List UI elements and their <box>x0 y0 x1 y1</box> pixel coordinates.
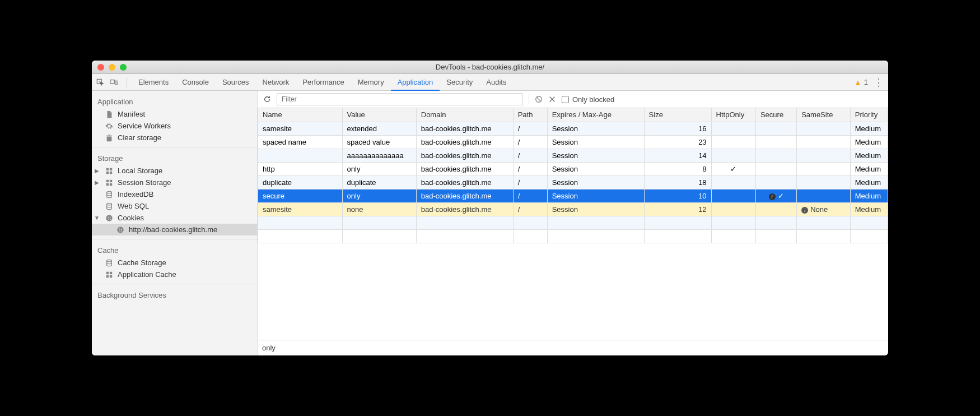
sidebar-item-indexeddb[interactable]: IndexedDB <box>92 188 257 200</box>
cell-expires: Session <box>547 149 644 162</box>
sidebar-item-local-storage[interactable]: ▶Local Storage <box>92 165 257 177</box>
delete-selected-icon[interactable] <box>548 95 556 103</box>
column-header[interactable]: Path <box>513 108 547 122</box>
sidebar-item-session-storage[interactable]: ▶Session Storage <box>92 177 257 188</box>
cookies-toolbar: Only blocked <box>258 91 888 108</box>
sidebar-item-label: Manifest <box>118 110 145 118</box>
cell-priority: Medium <box>850 175 888 189</box>
cell-path: / <box>513 122 547 135</box>
sidebar-item-cache-storage[interactable]: Cache Storage <box>92 257 257 269</box>
sidebar-item-service-workers[interactable]: Service Workers <box>92 120 257 132</box>
column-header[interactable]: Expires / Max-Age <box>547 108 644 122</box>
cell-name: duplicate <box>258 175 343 189</box>
separator <box>127 77 127 87</box>
cell-name: samesite <box>258 202 343 216</box>
cell-size: 18 <box>644 175 711 189</box>
cell-domain: bad-cookies.glitch.me <box>416 189 513 202</box>
cell-samesite <box>797 149 851 162</box>
column-header[interactable]: Priority <box>850 108 888 122</box>
svg-rect-24 <box>106 271 109 274</box>
sidebar-section-title: Cache <box>92 243 257 257</box>
table-row[interactable]: secureonlybad-cookies.glitch.me/Session1… <box>258 189 888 202</box>
column-header[interactable]: Name <box>258 108 343 122</box>
table-row[interactable]: samesiteextendedbad-cookies.glitch.me/Se… <box>258 122 888 135</box>
cell-value: aaaaaaaaaaaaaa <box>342 149 416 162</box>
table-row[interactable]: aaaaaaaaaaaaaabad-cookies.glitch.me/Sess… <box>258 149 888 162</box>
filter-input[interactable] <box>277 93 523 105</box>
tab-performance[interactable]: Performance <box>296 74 351 91</box>
table-row[interactable]: duplicateduplicatebad-cookies.glitch.me/… <box>258 175 888 189</box>
close-window-button[interactable] <box>97 64 104 71</box>
cell-domain: bad-cookies.glitch.me <box>416 135 513 149</box>
db-icon <box>105 259 113 267</box>
tab-application[interactable]: Application <box>391 74 440 91</box>
svg-point-22 <box>122 230 122 231</box>
sidebar-section-title: Application <box>92 94 257 108</box>
sidebar-item-application-cache[interactable]: Application Cache <box>92 269 257 280</box>
device-icon[interactable] <box>110 78 118 86</box>
clear-all-icon[interactable] <box>535 95 543 103</box>
cell-path: / <box>513 149 547 162</box>
svg-point-11 <box>107 191 112 193</box>
tab-audits[interactable]: Audits <box>479 74 513 91</box>
cell-expires: Session <box>547 162 644 175</box>
sidebar-item-clear-storage[interactable]: Clear storage <box>92 132 257 144</box>
column-header[interactable]: Secure <box>755 108 796 122</box>
column-header[interactable]: SameSite <box>797 108 851 122</box>
window-title: DevTools - bad-cookies.glitch.me/ <box>92 63 888 71</box>
column-header[interactable]: Size <box>644 108 711 122</box>
sidebar-item-cookie-origin[interactable]: http://bad-cookies.glitch.me <box>92 224 257 235</box>
more-menu-icon[interactable]: ⋮ <box>874 79 884 86</box>
warning-badge[interactable]: ▲ 1 <box>854 78 868 87</box>
refresh-icon[interactable] <box>263 95 271 103</box>
cell-expires: Session <box>547 175 644 189</box>
svg-point-12 <box>107 203 112 205</box>
table-row[interactable]: spaced namespaced valuebad-cookies.glitc… <box>258 135 888 149</box>
tab-elements[interactable]: Elements <box>132 74 175 91</box>
devtools-window: DevTools - bad-cookies.glitch.me/ Elemen… <box>92 61 888 355</box>
table-row[interactable]: samesitenonebad-cookies.glitch.me/Sessio… <box>258 202 888 216</box>
db-icon <box>105 191 113 198</box>
tab-network[interactable]: Network <box>256 74 296 91</box>
tab-security[interactable]: Security <box>440 74 479 91</box>
cell-domain: bad-cookies.glitch.me <box>416 149 513 162</box>
column-header[interactable]: HttpOnly <box>711 108 755 122</box>
tab-console[interactable]: Console <box>175 74 216 91</box>
sidebar-item-label: Session Storage <box>118 178 171 187</box>
sidebar-item-cookies[interactable]: ▼Cookies <box>92 212 257 224</box>
disclosure-icon: ▶ <box>94 179 100 186</box>
cell-name: samesite <box>258 122 343 135</box>
grid-icon <box>105 271 113 279</box>
titlebar: DevTools - bad-cookies.glitch.me/ <box>92 61 888 74</box>
column-header[interactable]: Domain <box>416 108 513 122</box>
sidebar-item-web-sql[interactable]: Web SQL <box>92 200 257 212</box>
cookie-detail: only <box>258 340 888 355</box>
svg-rect-10 <box>110 183 112 185</box>
cell-secure <box>755 202 796 216</box>
cell-priority: Medium <box>850 122 888 135</box>
sidebar-item-manifest[interactable]: Manifest <box>92 108 257 120</box>
tab-memory[interactable]: Memory <box>351 74 391 91</box>
cell-priority: Medium <box>850 189 888 202</box>
inspect-icon[interactable] <box>96 78 104 86</box>
cell-domain: bad-cookies.glitch.me <box>416 175 513 189</box>
table-row[interactable]: httponlybad-cookies.glitch.me/Session8✓M… <box>258 162 888 175</box>
tab-sources[interactable]: Sources <box>216 74 256 91</box>
warning-count: 1 <box>864 78 868 86</box>
cell-expires: Session <box>547 122 644 135</box>
sidebar-item-label: Web SQL <box>118 202 149 210</box>
cell-httponly: ✓ <box>711 162 755 175</box>
cell-path: / <box>513 202 547 216</box>
db-icon <box>105 202 113 210</box>
minimize-window-button[interactable] <box>109 64 115 71</box>
cell-secure <box>755 122 796 135</box>
only-blocked-checkbox[interactable] <box>562 96 569 103</box>
cell-samesite <box>797 175 851 189</box>
cell-samesite <box>797 135 851 149</box>
svg-point-19 <box>119 228 120 229</box>
cell-httponly <box>711 202 755 216</box>
zoom-window-button[interactable] <box>120 64 127 71</box>
cell-domain: bad-cookies.glitch.me <box>416 202 513 216</box>
cell-expires: Session <box>547 135 644 149</box>
column-header[interactable]: Value <box>342 108 416 122</box>
